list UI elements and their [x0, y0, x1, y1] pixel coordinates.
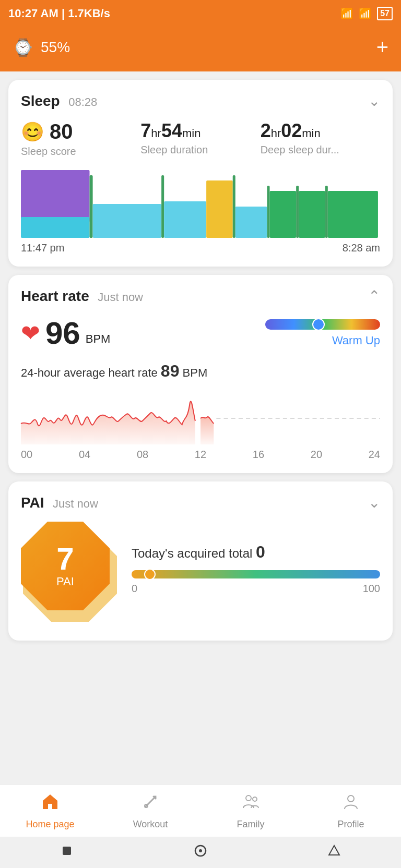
svg-rect-0: [21, 170, 90, 222]
sleep-duration-stat: 7hr54min Sleep duration: [140, 120, 260, 158]
sleep-time: 08:28: [68, 95, 97, 108]
sleep-emoji: 😊: [21, 121, 44, 143]
pai-shape: 7 PAI: [21, 522, 110, 610]
sleep-duration-min: 54: [161, 120, 182, 141]
sleep-duration-hr: 7: [140, 120, 151, 141]
deep-sleep-label: Deep sleep dur...: [261, 144, 380, 156]
svg-rect-3: [93, 204, 162, 238]
svg-point-18: [253, 797, 257, 801]
hr-card-header: Heart rate Just now ⌃: [21, 287, 380, 305]
svg-rect-7: [233, 175, 235, 238]
nav-home[interactable]: Home page: [0, 785, 100, 837]
watch-icon: ⌚: [13, 38, 33, 57]
hr-avg-row: 24-hour average heart rate 89 BPM: [21, 361, 380, 381]
app-header: ⌚ 55% +: [0, 27, 401, 71]
status-icons: 📶 📶 57: [340, 7, 393, 20]
svg-rect-8: [235, 207, 267, 238]
hr-subtitle: Just now: [98, 291, 143, 304]
hr-title: Heart rate: [21, 288, 89, 304]
hr-collapse-icon[interactable]: ⌃: [368, 287, 380, 305]
svg-rect-12: [299, 191, 325, 238]
hr-label-12: 12: [195, 449, 206, 461]
nav-profile[interactable]: Profile: [301, 785, 401, 837]
hr-unit: BPM: [86, 332, 111, 346]
device-info: ⌚ 55%: [13, 38, 70, 57]
bottom-nav: Home page Workout Family P: [0, 785, 401, 837]
sleep-duration-label: Sleep duration: [140, 144, 260, 156]
sys-home-button[interactable]: [193, 843, 208, 862]
pai-subtitle: Just now: [53, 497, 98, 510]
hr-avg-unit: BPM: [183, 366, 208, 379]
nav-workout-label: Workout: [133, 819, 168, 830]
hr-chart-labels: 00 04 08 12 16 20 24: [21, 449, 380, 461]
pai-progress-labels: 0 100: [132, 583, 380, 595]
pai-value: 7: [56, 544, 74, 575]
deep-sleep-hr: 2: [261, 120, 271, 141]
battery-icon: 57: [377, 7, 393, 20]
add-button[interactable]: +: [376, 35, 388, 59]
nav-profile-label: Profile: [337, 819, 364, 830]
svg-rect-5: [164, 201, 206, 238]
pai-card-header: PAI Just now ⌄: [21, 494, 380, 511]
sleep-start-label: 11:47 pm: [21, 242, 64, 254]
sleep-card-header: Sleep 08:28 ⌄: [21, 92, 380, 110]
pai-acquired-value: 0: [256, 542, 265, 561]
sleep-chart: [21, 170, 380, 238]
deep-sleep-min: 02: [281, 120, 302, 141]
svg-rect-14: [328, 191, 378, 238]
sleep-stats: 😊 80 Sleep score 7hr54min Sleep duration…: [21, 120, 380, 158]
svg-rect-10: [270, 191, 297, 238]
heart-rate-card: Heart rate Just now ⌃ ❤ 96 BPM Warm Up 2…: [8, 275, 393, 473]
zone-bar: [265, 319, 380, 330]
home-icon: [41, 792, 60, 816]
hr-label-24: 24: [369, 449, 380, 461]
profile-icon: [341, 792, 360, 816]
hr-value: 96: [45, 315, 80, 351]
svg-rect-1: [21, 217, 90, 238]
svg-marker-23: [329, 846, 339, 855]
sleep-collapse-icon[interactable]: ⌄: [368, 92, 380, 110]
hr-label-08: 08: [137, 449, 148, 461]
pai-collapse-icon[interactable]: ⌄: [368, 494, 380, 511]
pai-title: PAI: [21, 495, 44, 511]
family-icon: [241, 792, 260, 816]
svg-rect-13: [325, 186, 328, 238]
pai-progress-dot: [144, 569, 156, 580]
nav-workout[interactable]: Workout: [100, 785, 200, 837]
hr-label-20: 20: [311, 449, 322, 461]
hr-label-00: 00: [21, 449, 32, 461]
sleep-score-label: Sleep score: [21, 146, 140, 158]
pai-content: 7 PAI Today's acquired total 0 0 100: [21, 522, 380, 616]
deep-sleep-stat: 2hr02min Deep sleep dur...: [261, 120, 380, 158]
nav-family[interactable]: Family: [200, 785, 301, 837]
svg-point-17: [246, 795, 251, 801]
system-nav-bar: [0, 837, 401, 868]
nav-family-label: Family: [237, 819, 265, 830]
sys-recents-button[interactable]: [327, 843, 341, 862]
zone-label: Warm Up: [265, 334, 380, 347]
sleep-card: Sleep 08:28 ⌄ 😊 80 Sleep score 7hr54min …: [8, 80, 393, 267]
hr-avg-label: 24-hour average heart rate: [21, 366, 158, 379]
svg-rect-9: [267, 186, 269, 238]
bluetooth-icon: 📶: [340, 7, 353, 20]
device-battery: 55%: [41, 39, 70, 56]
status-bar: 10:27 AM | 1.7KB/s 📶 📶 57: [0, 0, 401, 27]
status-time: 10:27 AM | 1.7KB/s: [8, 7, 110, 20]
svg-point-19: [348, 795, 354, 802]
svg-rect-20: [63, 847, 71, 855]
svg-point-22: [199, 849, 202, 852]
pai-title-row: PAI Just now: [21, 495, 98, 511]
sys-back-button[interactable]: [60, 843, 74, 862]
pai-octagon: 7 PAI: [21, 522, 115, 616]
heart-icon: ❤: [21, 320, 40, 346]
hr-main: ❤ 96 BPM Warm Up: [21, 315, 380, 351]
cards-container: Sleep 08:28 ⌄ 😊 80 Sleep score 7hr54min …: [0, 80, 401, 641]
sleep-title-row: Sleep 08:28: [21, 93, 97, 110]
pai-acquired-label: Today's acquired total: [132, 546, 252, 560]
svg-rect-6: [206, 180, 233, 238]
hr-zone: Warm Up: [265, 319, 380, 347]
hr-value-row: ❤ 96 BPM: [21, 315, 110, 351]
sleep-end-label: 8:28 am: [343, 242, 380, 254]
svg-rect-4: [161, 175, 164, 238]
hr-title-row: Heart rate Just now: [21, 288, 143, 305]
